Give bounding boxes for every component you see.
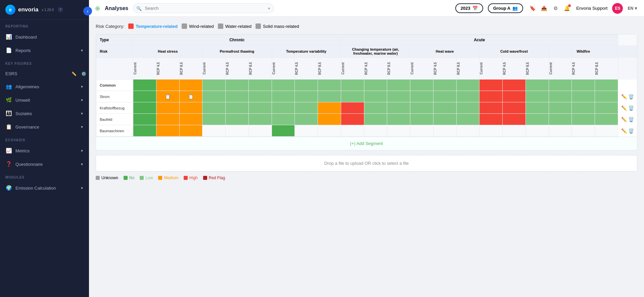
data-cell[interactable]: [503, 91, 526, 102]
sidebar-item-esrs[interactable]: ESRS ✏️ ⚙️: [0, 67, 89, 80]
data-cell[interactable]: [387, 102, 410, 114]
data-cell[interactable]: 📋: [179, 91, 202, 102]
data-cell[interactable]: [272, 91, 295, 102]
data-cell[interactable]: [341, 114, 364, 125]
risk-item-temperature[interactable]: Temperature-related: [128, 23, 178, 29]
data-cell[interactable]: [433, 125, 456, 137]
data-cell[interactable]: [179, 114, 202, 125]
data-cell[interactable]: [595, 114, 618, 125]
data-cell[interactable]: [433, 80, 456, 91]
data-cell[interactable]: [525, 80, 549, 91]
data-cell[interactable]: [272, 125, 295, 137]
search-dropdown-icon[interactable]: ▼: [267, 6, 271, 10]
data-cell[interactable]: [572, 125, 595, 137]
data-cell[interactable]: [549, 125, 572, 137]
data-cell[interactable]: [226, 80, 249, 91]
data-cell[interactable]: [549, 91, 572, 102]
data-cell[interactable]: [318, 114, 341, 125]
data-cell[interactable]: [248, 125, 272, 137]
language-selector[interactable]: EN ▼: [628, 6, 638, 11]
sidebar-item-governance[interactable]: 📋 Governance ▼: [0, 120, 89, 134]
data-cell[interactable]: [572, 91, 595, 102]
data-cell[interactable]: [410, 114, 433, 125]
data-cell[interactable]: [226, 114, 249, 125]
data-cell[interactable]: [549, 114, 572, 125]
notification-bell[interactable]: 🔔: [562, 4, 571, 13]
risk-item-water[interactable]: Water-related: [218, 23, 251, 29]
hierarchy-icon[interactable]: ⚙: [551, 4, 560, 13]
data-cell[interactable]: [226, 102, 249, 114]
sidebar-item-umwelt[interactable]: 🌿 Umwelt ▼: [0, 93, 89, 107]
data-cell[interactable]: [364, 125, 387, 137]
delete-row-icon[interactable]: 🗑️: [628, 94, 634, 99]
data-cell[interactable]: [549, 80, 572, 91]
sidebar-toggle-button[interactable]: ‹: [83, 7, 92, 15]
data-cell[interactable]: [525, 102, 549, 114]
share-icon[interactable]: 📤: [539, 4, 549, 13]
data-cell[interactable]: [156, 102, 179, 114]
edit-row-icon[interactable]: ✏️: [621, 105, 627, 111]
data-cell[interactable]: [179, 125, 202, 137]
data-cell[interactable]: [433, 102, 456, 114]
data-cell[interactable]: [595, 80, 618, 91]
data-cell[interactable]: [387, 114, 410, 125]
data-cell[interactable]: [133, 102, 156, 114]
data-cell[interactable]: [295, 91, 318, 102]
sidebar-item-metrics[interactable]: 📈 Metrics ▼: [0, 144, 89, 157]
data-cell[interactable]: [595, 125, 618, 137]
data-cell[interactable]: [410, 102, 433, 114]
edit-row-icon[interactable]: ✏️: [621, 128, 627, 134]
data-cell[interactable]: [295, 80, 318, 91]
data-cell[interactable]: [272, 102, 295, 114]
edit-icon[interactable]: ✏️: [72, 71, 77, 76]
data-cell[interactable]: [479, 80, 503, 91]
data-cell[interactable]: [456, 80, 479, 91]
data-cell[interactable]: [456, 91, 479, 102]
data-cell[interactable]: [479, 114, 503, 125]
data-cell[interactable]: [479, 125, 503, 137]
data-cell[interactable]: [595, 102, 618, 114]
data-cell[interactable]: [248, 102, 272, 114]
data-cell[interactable]: [456, 114, 479, 125]
data-cell[interactable]: [525, 125, 549, 137]
delete-row-icon[interactable]: 🗑️: [628, 117, 634, 122]
data-cell[interactable]: [226, 125, 249, 137]
sidebar-item-soziales[interactable]: 👨‍👩‍👧 Soziales ▼: [0, 107, 89, 120]
data-cell[interactable]: [503, 125, 526, 137]
data-cell[interactable]: [341, 125, 364, 137]
sidebar-item-questionnaire[interactable]: ❓ Questionnaire ▼: [0, 157, 89, 171]
bookmark-icon[interactable]: 🔖: [528, 4, 537, 13]
edit-row-icon[interactable]: ✏️: [621, 117, 627, 122]
data-cell[interactable]: [179, 80, 202, 91]
file-drop-zone[interactable]: Drop a file to upload OR click to select…: [96, 155, 637, 171]
data-cell[interactable]: [202, 114, 226, 125]
data-cell[interactable]: [549, 102, 572, 114]
data-cell[interactable]: [410, 80, 433, 91]
delete-row-icon[interactable]: 🗑️: [628, 128, 634, 134]
data-cell[interactable]: [572, 114, 595, 125]
data-cell[interactable]: [364, 114, 387, 125]
data-cell[interactable]: [364, 91, 387, 102]
data-cell[interactable]: [341, 91, 364, 102]
data-cell[interactable]: [133, 125, 156, 137]
data-cell[interactable]: [156, 114, 179, 125]
data-cell[interactable]: [202, 125, 226, 137]
data-cell[interactable]: [503, 114, 526, 125]
data-cell[interactable]: [202, 102, 226, 114]
risk-item-wind[interactable]: Wind-related: [182, 23, 214, 29]
data-cell[interactable]: [503, 80, 526, 91]
data-cell[interactable]: [226, 91, 249, 102]
data-cell[interactable]: [179, 102, 202, 114]
data-cell[interactable]: [318, 91, 341, 102]
sidebar-item-dashboard[interactable]: 📊 Dashboard: [0, 30, 89, 44]
edit-row-icon[interactable]: ✏️: [621, 94, 627, 99]
data-cell[interactable]: [456, 125, 479, 137]
esrs-settings-icon[interactable]: ⚙️: [81, 71, 86, 76]
data-cell[interactable]: 📋: [156, 91, 179, 102]
data-cell[interactable]: [202, 80, 226, 91]
data-cell[interactable]: [433, 91, 456, 102]
data-cell[interactable]: [364, 80, 387, 91]
data-cell[interactable]: [525, 114, 549, 125]
data-cell[interactable]: [503, 102, 526, 114]
data-cell[interactable]: [479, 91, 503, 102]
